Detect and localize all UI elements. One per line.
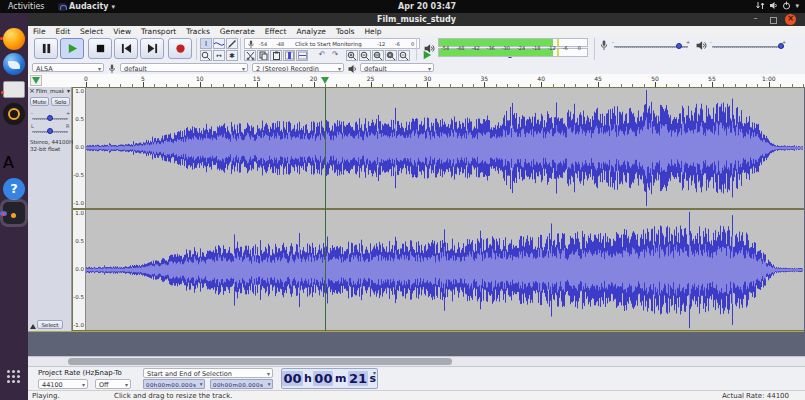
trim-audio-button[interactable] xyxy=(283,50,295,61)
menu-help[interactable]: Help xyxy=(359,26,386,36)
mute-button[interactable]: Mute xyxy=(30,97,49,106)
snap-to-select[interactable]: Off xyxy=(95,379,131,389)
selection-mode-select[interactable]: Start and End of Selection xyxy=(143,368,273,378)
dock-files-icon[interactable] xyxy=(3,81,25,98)
skip-to-start-button[interactable] xyxy=(114,38,138,59)
pause-button[interactable] xyxy=(34,38,58,59)
vertical-scale-channel-left[interactable]: 1.00.50.0-0.5-1.0 xyxy=(73,88,86,208)
timeline-label: 40 xyxy=(537,75,545,82)
recording-meter[interactable]: -54 -48 Click to Start Monitoring -12 -6… xyxy=(244,38,420,49)
minimize-button[interactable]: – xyxy=(750,14,761,25)
timeline-label: 45 xyxy=(594,75,602,82)
dock-audacity-icon[interactable] xyxy=(3,202,25,224)
menu-tracks[interactable]: Tracks xyxy=(181,26,215,36)
menu-tools[interactable]: Tools xyxy=(331,26,359,36)
silence-audio-button[interactable] xyxy=(296,50,308,61)
microphone-icon xyxy=(247,40,255,49)
app-menu[interactable]: Audacity ▾ xyxy=(58,2,115,11)
zoom-tool[interactable] xyxy=(200,50,212,61)
menu-transport[interactable]: Transport xyxy=(136,26,181,36)
playhead-marker[interactable] xyxy=(321,77,329,84)
solo-button[interactable]: Solo xyxy=(51,97,70,106)
playback-meter-label: -48 xyxy=(456,45,464,51)
dock-ubuntu-software-icon[interactable]: A xyxy=(3,153,25,175)
vertical-scale-channel-right[interactable]: 1.00.50.0-0.5-1.0 xyxy=(73,210,86,330)
menu-file[interactable]: File xyxy=(28,26,51,36)
timeline-pin-button[interactable] xyxy=(30,75,42,86)
time-shift-tool[interactable]: ↔ xyxy=(213,50,225,61)
draw-tool[interactable] xyxy=(226,38,238,49)
zoom-toggle-button[interactable] xyxy=(398,50,410,61)
skip-to-end-button[interactable] xyxy=(140,38,164,59)
stop-button[interactable] xyxy=(88,38,112,59)
project-rate-select[interactable]: 44100 xyxy=(38,379,88,389)
envelope-tool[interactable] xyxy=(213,38,225,49)
maximize-button[interactable] xyxy=(767,14,778,25)
fit-selection-button[interactable] xyxy=(372,50,384,61)
scale-label: -1.0 xyxy=(73,322,84,328)
waveform-channel-right[interactable] xyxy=(86,210,804,330)
dock-rhythmbox-icon[interactable] xyxy=(3,103,25,125)
fit-project-button[interactable] xyxy=(385,50,397,61)
menu-generate[interactable]: Generate xyxy=(215,26,260,36)
playback-meter[interactable]: -54-48-42-36-30-24-18-12-60 xyxy=(424,38,590,58)
selection-end-field[interactable]: 00h00m00.000s xyxy=(210,379,273,389)
redo-button[interactable]: ↷ xyxy=(329,49,341,60)
timeline-label: 30 xyxy=(424,75,432,82)
status-bar: Playing. Click and drag to resize the tr… xyxy=(28,390,805,400)
track-menu-caret-icon[interactable]: ▾ xyxy=(67,87,70,94)
position-hours[interactable]: 00 xyxy=(282,371,302,386)
window-title: Film_music_study xyxy=(28,15,805,24)
dock-libreoffice-writer-icon[interactable] xyxy=(3,128,25,150)
gain-slider-thumb[interactable] xyxy=(47,115,53,121)
track-select-button[interactable]: Select xyxy=(37,320,63,329)
close-button[interactable]: × xyxy=(785,14,796,25)
position-minutes[interactable]: 00 xyxy=(313,371,333,386)
dock-help-icon[interactable]: ? xyxy=(3,178,25,200)
zoom-out-button[interactable] xyxy=(359,50,371,61)
timeline-ruler[interactable]: 05101520253035404550551:00 xyxy=(28,74,805,88)
audio-host-select[interactable]: ALSA xyxy=(32,63,104,72)
zoom-in-button[interactable] xyxy=(346,50,358,61)
selection-tool[interactable]: I xyxy=(200,38,212,49)
audio-position-display[interactable]: 00h00m21s xyxy=(281,368,378,389)
volume-icon xyxy=(769,1,778,10)
paste-button[interactable] xyxy=(270,50,282,61)
undo-button[interactable]: ↶ xyxy=(316,49,328,60)
clock[interactable]: Apr 20 03:47 xyxy=(398,2,456,11)
menu-analyze[interactable]: Analyze xyxy=(291,26,331,36)
dock-thunderbird-icon[interactable] xyxy=(3,53,25,75)
playback-volume-thumb[interactable] xyxy=(778,43,784,49)
track-format-line1: Stereo, 44100Hz xyxy=(30,139,76,145)
dock-firefox-icon[interactable] xyxy=(3,28,25,50)
activities-button[interactable]: Activities xyxy=(8,2,45,11)
track-format-line2: 32-bit float xyxy=(30,146,60,152)
menu-select[interactable]: Select xyxy=(75,26,108,36)
dock-show-apps-icon[interactable] xyxy=(3,366,25,388)
title-bar[interactable]: Film_music_study – × xyxy=(28,13,805,26)
menu-edit[interactable]: Edit xyxy=(51,26,76,36)
cut-button[interactable] xyxy=(244,50,256,61)
timeline-label: 1:00 xyxy=(762,75,775,82)
playback-device-select[interactable]: default xyxy=(360,63,434,72)
track-collapse-icon[interactable] xyxy=(30,324,36,329)
record-button[interactable] xyxy=(168,38,192,59)
recording-device-select[interactable]: default xyxy=(120,63,248,72)
copy-button[interactable] xyxy=(257,50,269,61)
timeline-label: 15 xyxy=(253,75,261,82)
menu-effect[interactable]: Effect xyxy=(260,26,292,36)
network-icon xyxy=(756,1,765,10)
pan-slider-thumb[interactable] xyxy=(47,128,53,134)
recording-volume-thumb[interactable] xyxy=(676,43,682,49)
scrollbar-thumb[interactable] xyxy=(68,358,452,365)
track-name[interactable]: Film_music_s xyxy=(36,88,64,94)
waveform-channel-left[interactable] xyxy=(86,88,804,208)
recording-channels-select[interactable]: 2 (Stereo) Recordin xyxy=(252,63,344,72)
play-button[interactable] xyxy=(60,38,84,59)
track-close-icon[interactable]: × xyxy=(29,87,35,95)
menu-view[interactable]: View xyxy=(108,26,136,36)
multi-tool[interactable]: ✱ xyxy=(226,50,238,61)
position-seconds[interactable]: 21 xyxy=(348,371,368,386)
selection-start-field[interactable]: 00h00m00.000s xyxy=(143,379,205,389)
system-status-area[interactable]: ▾ xyxy=(756,1,799,10)
